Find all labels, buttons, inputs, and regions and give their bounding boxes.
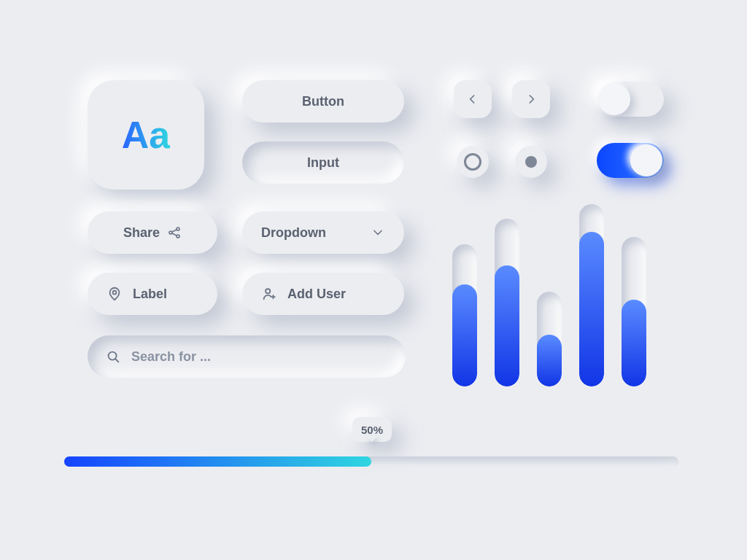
toggle-off[interactable] — [597, 82, 664, 117]
input-placeholder: Input — [307, 155, 339, 171]
radio-selected[interactable] — [515, 146, 547, 178]
progress-fill — [64, 456, 371, 467]
pin-icon — [107, 286, 123, 302]
progress-value: 50% — [361, 424, 383, 436]
share-label: Share — [123, 225, 160, 241]
search-input[interactable]: Search for ... — [88, 335, 406, 378]
bar-fill — [622, 300, 646, 386]
search-icon — [105, 349, 121, 365]
next-button[interactable] — [512, 80, 550, 118]
chevron-down-icon — [371, 225, 385, 240]
bar-track — [452, 244, 477, 386]
typography-tile[interactable]: Aa — [88, 80, 204, 190]
radio-ring-icon — [464, 153, 481, 171]
chevron-right-icon — [524, 92, 538, 106]
progress-bar[interactable] — [64, 456, 678, 467]
search-placeholder: Search for ... — [131, 349, 211, 365]
toggle-knob — [598, 83, 630, 115]
dropdown[interactable]: Dropdown — [242, 211, 404, 254]
share-icon — [167, 225, 182, 240]
label-text: Label — [133, 287, 167, 302]
bar-fill — [495, 265, 519, 386]
svg-point-3 — [113, 291, 117, 295]
bar-fill — [537, 335, 562, 387]
share-button[interactable]: Share — [88, 211, 217, 254]
radio-unselected[interactable] — [457, 146, 489, 178]
bar-track — [579, 204, 604, 386]
chevron-left-icon — [465, 92, 480, 106]
bar-chart — [452, 204, 664, 386]
bar-track — [537, 292, 562, 386]
dropdown-label: Dropdown — [261, 225, 326, 241]
radio-dot-icon — [525, 156, 537, 168]
bar-track — [495, 219, 519, 386]
bar-fill — [452, 284, 477, 386]
progress-tooltip: 50% — [352, 417, 392, 442]
input-text[interactable]: Input — [242, 141, 404, 184]
button-label: Button — [302, 94, 344, 109]
add-user-button[interactable]: Add User — [242, 273, 404, 315]
prev-button[interactable] — [454, 80, 492, 118]
toggle-knob — [630, 144, 662, 176]
svg-point-4 — [266, 289, 270, 293]
label-chip[interactable]: Label — [88, 273, 217, 315]
button-primary[interactable]: Button — [242, 80, 404, 122]
user-plus-icon — [261, 286, 277, 302]
toggle-on[interactable] — [597, 143, 664, 178]
add-user-label: Add User — [287, 287, 346, 302]
bar-track — [622, 237, 646, 386]
bar-fill — [579, 232, 604, 387]
typography-glyph: Aa — [122, 116, 170, 154]
